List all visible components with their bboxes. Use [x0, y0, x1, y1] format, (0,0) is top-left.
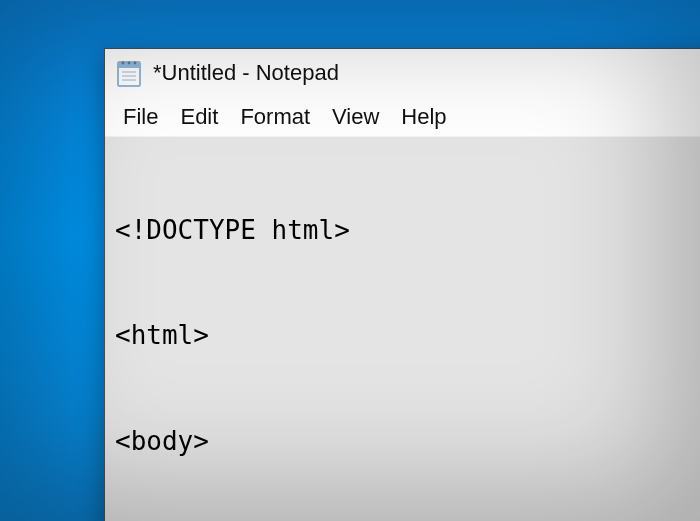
menu-file[interactable]: File — [115, 102, 166, 132]
window-title: *Untitled - Notepad — [153, 60, 339, 86]
text-editor[interactable]: <!DOCTYPE html> <html> <body> <b> <i> wi… — [105, 137, 700, 521]
menu-format[interactable]: Format — [232, 102, 318, 132]
notepad-window: *Untitled - Notepad File Edit Format Vie… — [104, 48, 700, 521]
menu-help[interactable]: Help — [393, 102, 454, 132]
editor-line: <!DOCTYPE html> — [115, 213, 700, 248]
editor-line: <body> — [115, 424, 700, 459]
svg-point-4 — [134, 62, 137, 65]
menu-view[interactable]: View — [324, 102, 387, 132]
menu-edit[interactable]: Edit — [172, 102, 226, 132]
svg-point-3 — [128, 62, 131, 65]
notepad-icon — [115, 58, 143, 88]
titlebar: *Untitled - Notepad — [105, 49, 700, 97]
svg-point-2 — [122, 62, 125, 65]
editor-line: <html> — [115, 318, 700, 353]
menubar: File Edit Format View Help — [105, 97, 700, 137]
